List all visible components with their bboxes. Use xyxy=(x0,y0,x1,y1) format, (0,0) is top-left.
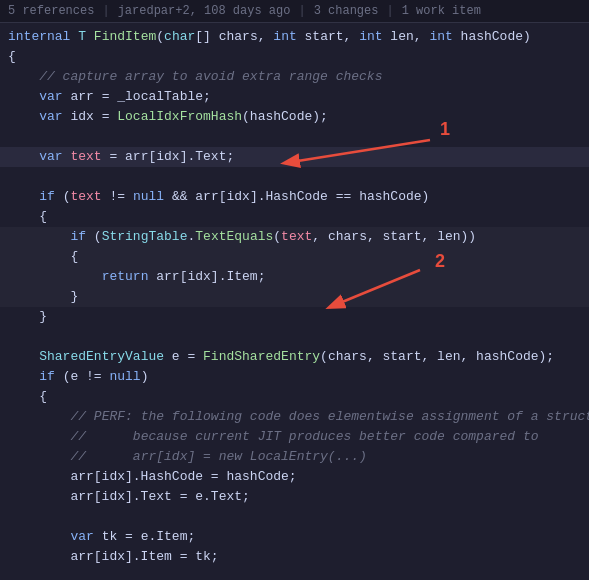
code-line: var tk = e.Item; xyxy=(0,527,589,547)
code-line xyxy=(0,127,589,147)
code-line: // because current JIT produces better c… xyxy=(0,427,589,447)
code-line xyxy=(0,567,589,580)
author-info: jaredpar+2, 108 days ago xyxy=(118,4,291,18)
code-line: } xyxy=(0,307,589,327)
code-line xyxy=(0,167,589,187)
code-line-highlighted: var text = arr[idx].Text; xyxy=(0,147,589,167)
changes-count: 3 changes xyxy=(314,4,379,18)
code-line: { xyxy=(0,47,589,67)
code-line: // PERF: the following code does element… xyxy=(0,407,589,427)
code-line: return arr[idx].Item; xyxy=(0,267,589,287)
code-line xyxy=(0,507,589,527)
code-line: { xyxy=(0,247,589,267)
code-line: arr[idx].Item = tk; xyxy=(0,547,589,567)
code-line: if (StringTable.TextEquals(text, chars, … xyxy=(0,227,589,247)
code-line: { xyxy=(0,207,589,227)
refs-count: 5 references xyxy=(8,4,94,18)
code-line: } xyxy=(0,287,589,307)
code-line: arr[idx].HashCode = hashCode; xyxy=(0,467,589,487)
header-bar: 5 references | jaredpar+2, 108 days ago … xyxy=(0,0,589,23)
code-line: var idx = LocalIdxFromHash(hashCode); xyxy=(0,107,589,127)
code-line: internal T FindItem(char[] chars, int st… xyxy=(0,27,589,47)
code-line: if (text != null && arr[idx].HashCode ==… xyxy=(0,187,589,207)
code-line: if (e != null) xyxy=(0,367,589,387)
code-line xyxy=(0,327,589,347)
code-line: // arr[idx] = new LocalEntry(...) xyxy=(0,447,589,467)
code-area: internal T FindItem(char[] chars, int st… xyxy=(0,23,589,580)
work-item: 1 work item xyxy=(402,4,481,18)
code-line: var arr = _localTable; xyxy=(0,87,589,107)
code-line: { xyxy=(0,387,589,407)
code-line: // capture array to avoid extra range ch… xyxy=(0,67,589,87)
code-line: arr[idx].Text = e.Text; xyxy=(0,487,589,507)
code-line: SharedEntryValue e = FindSharedEntry(cha… xyxy=(0,347,589,367)
